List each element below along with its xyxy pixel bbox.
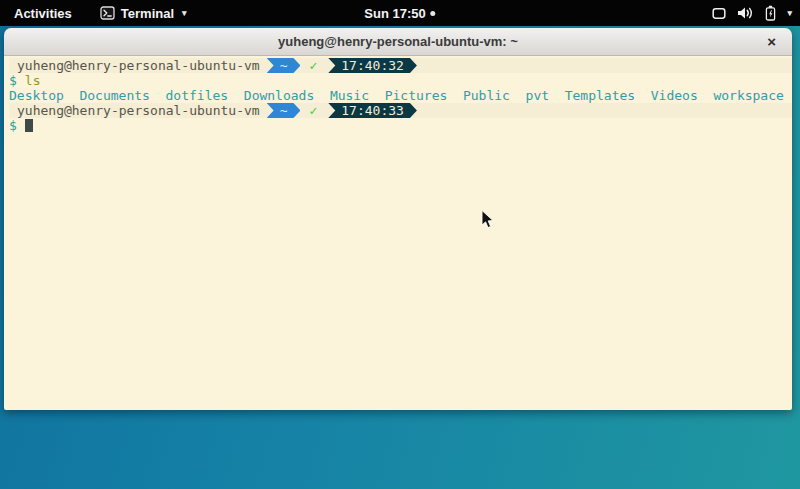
command-line-2: $ [9,118,792,133]
close-button[interactable]: × [767,28,776,55]
prompt-line-2: yuheng@henry-personal-ubuntu-vm ~ ✓ 17:4… [9,103,792,118]
prompt-line-1: yuheng@henry-personal-ubuntu-vm ~ ✓ 17:4… [9,58,792,73]
prompt-user-host: yuheng@henry-personal-ubuntu-vm [9,58,267,73]
chevron-down-icon: ▾ [182,8,187,18]
battery-charging-icon [765,5,776,21]
status-check-icon: ✓ [309,103,317,118]
activities-button[interactable]: Activities [10,6,76,21]
prompt-symbol: $ [9,73,17,88]
window-titlebar[interactable]: yuheng@henry-personal-ubuntu-vm: ~ × [4,28,792,56]
system-status-menu[interactable]: ▾ [712,5,792,21]
screen-icon [712,7,726,20]
powerline-path-segment: ~ [267,103,301,118]
terminal-window: yuheng@henry-personal-ubuntu-vm: ~ × yuh… [4,28,792,410]
prompt-user-host: yuheng@henry-personal-ubuntu-vm [9,103,267,118]
ls-output-line: Desktop Documents dotfiles Downloads Mus… [9,88,792,103]
mouse-cursor [481,210,495,230]
powerline-time-segment: 17:40:32 [328,58,417,73]
chevron-down-icon: ▾ [787,8,792,18]
top-bar: Activities Terminal ▾ Sun 17:50 ▾ [0,0,800,26]
typed-command: ls [25,73,41,88]
clock-label: Sun 17:50 [364,6,425,21]
terminal-icon [100,6,115,20]
command-line-1: $ls [9,73,792,88]
clock-button[interactable]: Sun 17:50 [364,6,435,21]
powerline-path-segment: ~ [267,58,301,73]
powerline-time-segment: 17:40:33 [328,103,417,118]
app-menu-terminal[interactable]: Terminal ▾ [100,6,187,21]
terminal-cursor [25,119,33,132]
terminal-content[interactable]: yuheng@henry-personal-ubuntu-vm ~ ✓ 17:4… [4,56,792,410]
volume-icon [737,6,754,20]
window-title: yuheng@henry-personal-ubuntu-vm: ~ [278,34,518,49]
app-menu-label: Terminal [121,6,174,21]
prompt-symbol: $ [9,118,17,133]
status-check-icon: ✓ [309,58,317,73]
notification-dot [431,11,436,16]
